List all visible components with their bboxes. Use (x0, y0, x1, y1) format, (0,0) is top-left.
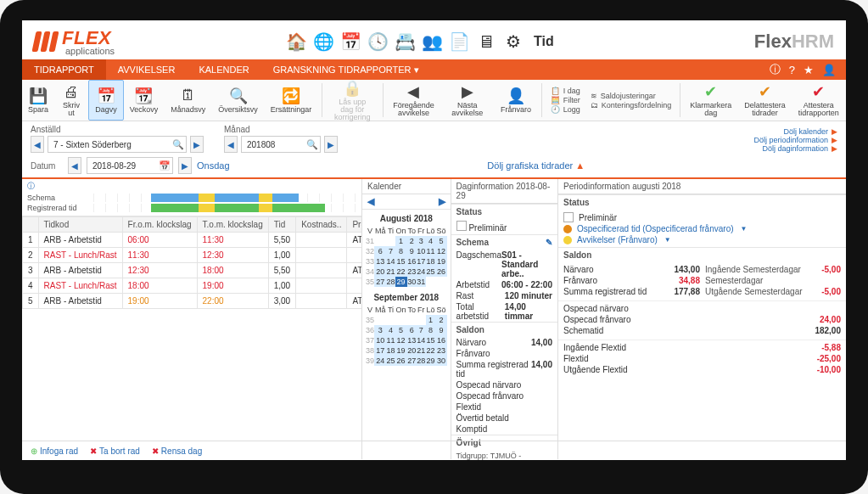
tab-kalender[interactable]: KALENDER (187, 59, 260, 80)
info-icon[interactable]: ⓘ (770, 62, 781, 77)
month-field[interactable]: 201808 🔍 (241, 136, 321, 153)
calendar-day[interactable]: 28 (387, 277, 395, 287)
module-icon[interactable]: 📇 (393, 30, 417, 53)
calendar-day[interactable]: 16 (407, 256, 417, 267)
delete-row[interactable]: ✖Ta bort rad (90, 446, 140, 456)
date-next[interactable]: ▶ (178, 157, 192, 174)
calendar-day[interactable]: 20 (407, 345, 417, 356)
calendar-day[interactable]: 5 (436, 236, 447, 246)
calendar-day[interactable]: 14 (417, 335, 426, 345)
calendar-day[interactable]: 30 (436, 356, 447, 366)
module-icon[interactable]: 🕓 (366, 30, 389, 53)
calendar-day[interactable]: 17 (374, 345, 387, 356)
toggle-link[interactable]: Dölj periodinformation▶ (753, 136, 837, 144)
calendar-day[interactable]: 18 (387, 345, 395, 356)
ribbon-konteringsfördelning[interactable]: 🗂Konteringsfördelning (591, 101, 672, 109)
warning-row[interactable]: Ospecificerad tid (Ospecificerad frånvar… (563, 223, 841, 234)
calendar-day[interactable]: 29 (426, 356, 436, 366)
ribbon-klarmarkera-dag[interactable]: ✔Klarmarkera dag (684, 80, 738, 121)
ribbon-logg[interactable]: 🕘Logg (551, 105, 580, 114)
calendar-day[interactable]: 2 (407, 236, 417, 246)
calendar-day[interactable]: 14 (387, 256, 395, 267)
calendar-day[interactable]: 22 (426, 345, 436, 356)
calendar-day[interactable]: 17 (417, 256, 426, 267)
calendar-day[interactable]: 25 (426, 267, 436, 277)
calendar-day[interactable]: 3 (417, 236, 426, 246)
employee-next[interactable]: ▶ (190, 136, 204, 153)
calendar-day[interactable]: 26 (395, 356, 407, 366)
star-icon[interactable]: ★ (804, 64, 814, 76)
ribbon-frånvaro[interactable]: 👤Frånvaro (495, 80, 538, 121)
calendar-day[interactable]: 24 (374, 356, 387, 366)
month-prev[interactable]: ◀ (224, 136, 238, 153)
ribbon-filter[interactable]: 🧮Filter (551, 96, 580, 104)
calendar-day[interactable]: 13 (407, 335, 417, 345)
date-prev[interactable]: ◀ (68, 157, 81, 174)
calendar-day[interactable]: 2 (436, 315, 447, 325)
calendar-day[interactable]: 8 (395, 246, 407, 256)
calendar-day[interactable]: 4 (426, 236, 436, 246)
checkbox-icon[interactable] (456, 221, 467, 231)
ribbon-översiktsvy[interactable]: 🔍Översiktsvy (212, 80, 265, 121)
cal-next[interactable]: ▶ (439, 196, 445, 207)
calendar-day[interactable]: 15 (395, 256, 407, 267)
employee-prev[interactable]: ◀ (31, 136, 44, 153)
calendar-day[interactable]: 11 (426, 246, 436, 256)
checkbox-icon[interactable] (563, 212, 574, 222)
ribbon-veckovy[interactable]: 📆Veckovy (124, 80, 165, 121)
calendar-icon[interactable]: 📅 (159, 160, 171, 171)
module-icon[interactable]: 📅 (339, 30, 362, 53)
edit-icon[interactable]: ✎ (546, 238, 552, 247)
tab-avvikelser[interactable]: AVVIKELSER (106, 59, 188, 80)
tab-tidrapport[interactable]: TIDRAPPORT (22, 59, 106, 80)
ribbon-skriv-ut[interactable]: 🖨Skriv ut (55, 80, 88, 121)
info-icon[interactable]: ⓘ (27, 181, 35, 192)
ribbon-nästa-avvikelse[interactable]: ▶Nästa avvikelse (441, 80, 495, 121)
ribbon-saldojusteringar[interactable]: ≋Saldojusteringar (591, 92, 672, 100)
employee-field[interactable]: 7 - Sixten Söderberg 🔍 (48, 136, 187, 153)
toggle-link[interactable]: Dölj kalender▶ (783, 127, 837, 136)
table-row[interactable]: 3ARB - Arbetstid12:3018:005,50AT 01.. (23, 263, 362, 278)
calendar-day[interactable]: 23 (407, 267, 417, 277)
calendar-day[interactable]: 3 (374, 325, 387, 335)
calendar-day[interactable]: 22 (395, 267, 407, 277)
calendar-day[interactable]: 7 (387, 246, 395, 256)
search-icon[interactable]: 🔍 (172, 139, 184, 150)
module-icon[interactable]: ⚙ (501, 30, 525, 53)
table-row[interactable]: 5ARB - Arbetstid19:0022:003,00AT 01.. (23, 294, 362, 309)
calendar-day[interactable]: 27 (407, 356, 417, 366)
calendar-day[interactable]: 24 (417, 267, 426, 277)
ribbon-månadsvy[interactable]: 🗓Månadsvy (165, 80, 212, 121)
toggle-link[interactable]: Dölj daginformation▶ (762, 144, 837, 153)
calendar-day[interactable]: 15 (426, 335, 436, 345)
ribbon-föregående-avvikelse[interactable]: ◀Föregående avvikelse (387, 80, 441, 121)
calendar-day[interactable]: 9 (436, 325, 447, 335)
calendar-day[interactable]: 1 (426, 315, 436, 325)
table-row[interactable]: 1ARB - Arbetstid06:0011:305,50AT 01.. (23, 233, 362, 248)
ribbon-ersättningar[interactable]: 🔁Ersättningar (265, 80, 319, 121)
calendar-day[interactable]: 11 (387, 335, 395, 345)
help-icon[interactable]: ? (789, 64, 795, 76)
table-row[interactable]: 2RAST - Lunch/Rast11:3012:301,00 (23, 248, 362, 263)
calendar-day[interactable]: 19 (436, 256, 447, 267)
calendar-day[interactable]: 21 (387, 267, 395, 277)
user-icon[interactable]: 👤 (822, 64, 836, 76)
calendar-day[interactable]: 9 (407, 246, 417, 256)
calendar-day[interactable]: 29 (395, 277, 407, 287)
month-next[interactable]: ▶ (324, 136, 338, 153)
insert-row[interactable]: ⊕Infoga rad (31, 446, 78, 456)
warning-row[interactable]: Avvikelser (Frånvaro)▼ (563, 234, 841, 245)
calendar-day[interactable]: 5 (395, 325, 407, 335)
calendar-day[interactable]: 8 (426, 325, 436, 335)
calendar-day[interactable]: 18 (426, 256, 436, 267)
module-icon[interactable]: 📄 (447, 30, 471, 53)
calendar-day[interactable]: 6 (374, 246, 387, 256)
module-icon[interactable]: 🌐 (311, 30, 335, 53)
calendar-day[interactable]: 16 (436, 335, 447, 345)
calendar-day[interactable]: 19 (395, 345, 407, 356)
tab-granskning tidrapporter[interactable]: GRANSKNING TIDRAPPORTER ▾ (261, 59, 431, 80)
calendar-day[interactable]: 23 (436, 345, 447, 356)
table-row[interactable]: 4RAST - Lunch/Rast18:0019:001,00 (23, 278, 362, 294)
calendar-day[interactable]: 25 (387, 356, 395, 366)
module-icon[interactable]: 🏠 (284, 30, 308, 53)
